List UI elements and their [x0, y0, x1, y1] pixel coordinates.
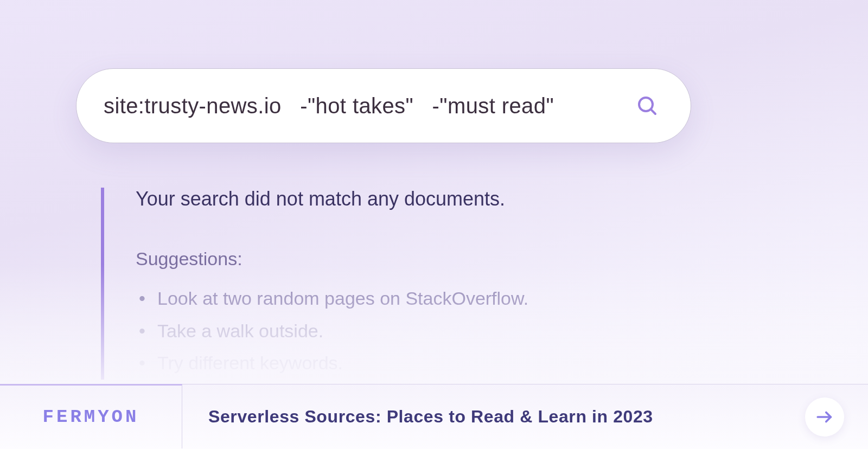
- search-icon: [636, 95, 658, 117]
- search-button[interactable]: [634, 93, 660, 119]
- suggestion-item: Try different keywords.: [157, 347, 687, 380]
- search-bar: [76, 68, 691, 143]
- suggestions-list: Look at two random pages on StackOverflo…: [136, 283, 687, 380]
- next-button[interactable]: [805, 397, 844, 437]
- suggestion-item: Look at two random pages on StackOverflo…: [157, 283, 687, 315]
- arrow-right-icon: [815, 408, 834, 426]
- footer-bar: FERMYON Serverless Sources: Places to Re…: [0, 384, 868, 449]
- search-input[interactable]: [104, 94, 634, 118]
- brand-logo: FERMYON: [43, 407, 139, 427]
- search-results: Your search did not match any documents.…: [101, 188, 687, 380]
- suggestions-label: Suggestions:: [136, 248, 687, 270]
- brand-container: FERMYON: [0, 384, 182, 448]
- no-results-message: Your search did not match any documents.: [136, 188, 687, 210]
- svg-line-1: [651, 110, 655, 114]
- footer-title: Serverless Sources: Places to Read & Lea…: [182, 407, 805, 427]
- suggestion-item: Take a walk outside.: [157, 315, 687, 348]
